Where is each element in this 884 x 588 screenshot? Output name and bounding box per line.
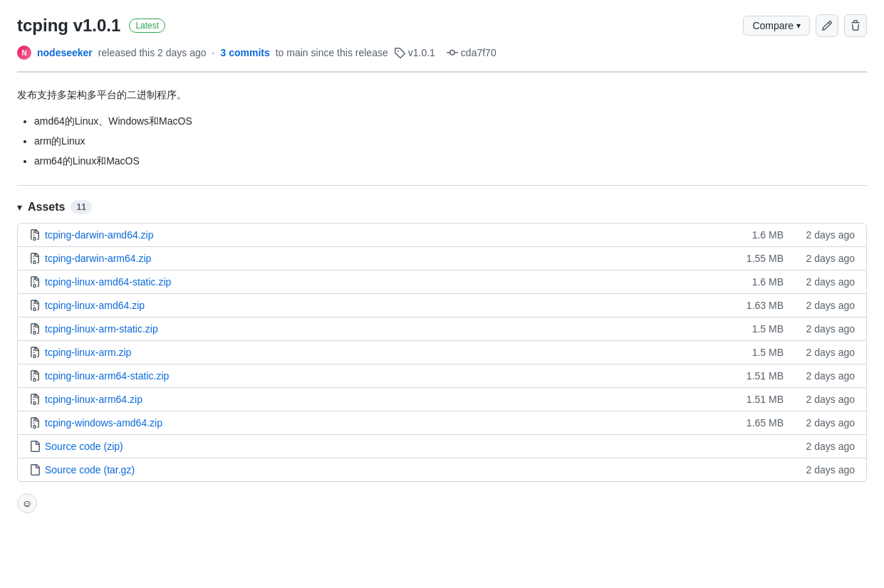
reaction-bar: ☺: [17, 493, 867, 513]
asset-name-area: Source code (tar.gz): [29, 464, 727, 476]
assets-header[interactable]: ▾ Assets 11: [17, 200, 867, 214]
list-item: amd64的Linux、Windows和MacOS: [34, 111, 867, 131]
zip-icon: [29, 370, 41, 382]
source-code-zip-row: Source code (zip) 2 days ago: [18, 435, 866, 458]
asset-size: 1.63 MB: [727, 300, 784, 311]
delete-button[interactable]: [844, 14, 867, 37]
asset-link[interactable]: tcping-linux-amd64-static.zip: [45, 276, 171, 288]
asset-date: 2 days ago: [784, 417, 855, 429]
asset-link[interactable]: tcping-darwin-arm64.zip: [45, 253, 151, 264]
zip-icon: [29, 394, 41, 405]
asset-date: 2 days ago: [784, 370, 855, 382]
asset-date: 2 days ago: [784, 464, 855, 476]
asset-name-area: tcping-linux-amd64-static.zip: [29, 276, 727, 288]
zip-icon: [29, 323, 41, 335]
asset-date: 2 days ago: [784, 394, 855, 405]
release-description: 发布支持多架构多平台的二进制程序。: [17, 87, 867, 103]
smiley-icon: ☺: [22, 498, 32, 509]
asset-row: tcping-windows-amd64.zip 1.65 MB 2 days …: [18, 411, 866, 435]
commit-icon: [447, 47, 458, 58]
asset-row: tcping-linux-arm64-static.zip 1.51 MB 2 …: [18, 364, 866, 388]
assets-table: tcping-darwin-amd64.zip 1.6 MB 2 days ag…: [17, 223, 867, 482]
release-actions: Compare ▾: [743, 14, 867, 37]
assets-title: Assets: [28, 201, 65, 214]
zip-icon: [29, 347, 41, 358]
list-item: arm的Linux: [34, 131, 867, 151]
release-list: amd64的Linux、Windows和MacOS arm的Linux arm6…: [17, 111, 867, 171]
asset-size: 1.55 MB: [727, 253, 784, 264]
meta-separator: ·: [212, 47, 215, 58]
edit-button[interactable]: [816, 14, 838, 37]
author-link[interactable]: nodeseeker: [37, 47, 93, 58]
release-meta: N nodeseeker released this 2 days ago · …: [17, 46, 867, 60]
tag-value: v1.0.1: [408, 47, 435, 58]
asset-name-area: tcping-linux-amd64.zip: [29, 300, 727, 311]
asset-name-area: tcping-linux-arm-static.zip: [29, 323, 727, 335]
asset-size: 1.65 MB: [727, 417, 784, 429]
asset-row: tcping-darwin-amd64.zip 1.6 MB 2 days ag…: [18, 224, 866, 247]
asset-name-area: tcping-darwin-amd64.zip: [29, 229, 727, 241]
latest-badge: Latest: [129, 19, 165, 33]
asset-size: 1.51 MB: [727, 394, 784, 405]
chevron-down-icon: ▾: [796, 21, 801, 31]
asset-row: tcping-linux-amd64-static.zip 1.6 MB 2 d…: [18, 271, 866, 294]
assets-section: ▾ Assets 11 tcping-darwin-amd64.zip 1.6 …: [17, 186, 867, 527]
asset-date: 2 days ago: [784, 253, 855, 264]
source-code-zip-link[interactable]: Source code (zip): [45, 441, 123, 452]
zip-icon: [29, 417, 41, 429]
asset-date: 2 days ago: [784, 347, 855, 358]
asset-name-area: tcping-windows-amd64.zip: [29, 417, 727, 429]
asset-row: tcping-linux-arm64.zip 1.51 MB 2 days ag…: [18, 388, 866, 411]
asset-size: 1.6 MB: [727, 276, 784, 288]
asset-name-area: Source code (zip): [29, 441, 727, 452]
asset-row: tcping-darwin-arm64.zip 1.55 MB 2 days a…: [18, 247, 866, 271]
release-title: tcping v1.0.1: [17, 16, 120, 36]
asset-size: 1.5 MB: [727, 347, 784, 358]
asset-link[interactable]: tcping-linux-amd64.zip: [45, 300, 145, 311]
source-code-icon: [29, 464, 41, 476]
asset-date: 2 days ago: [784, 441, 855, 452]
add-reaction-button[interactable]: ☺: [17, 493, 37, 513]
asset-size: 1.6 MB: [727, 229, 784, 241]
compare-label: Compare: [752, 20, 794, 31]
compare-button[interactable]: Compare ▾: [743, 16, 810, 36]
asset-size: 1.5 MB: [727, 323, 784, 335]
asset-row: tcping-linux-arm-static.zip 1.5 MB 2 day…: [18, 317, 866, 341]
asset-link[interactable]: tcping-linux-arm-static.zip: [45, 323, 158, 335]
list-item: arm64的Linux和MacOS: [34, 151, 867, 171]
asset-name-area: tcping-linux-arm64.zip: [29, 394, 727, 405]
tag-icon: [394, 47, 405, 58]
release-body: 发布支持多架构多平台的二进制程序。 amd64的Linux、Windows和Ma…: [17, 72, 867, 186]
trash-icon: [850, 20, 861, 31]
tag-info: v1.0.1 cda7f70: [394, 47, 496, 58]
pencil-icon: [821, 20, 833, 31]
asset-date: 2 days ago: [784, 229, 855, 241]
commit-item: cda7f70: [447, 47, 496, 58]
asset-date: 2 days ago: [784, 276, 855, 288]
source-code-icon: [29, 441, 41, 452]
zip-icon: [29, 253, 41, 264]
zip-icon: [29, 229, 41, 241]
asset-link[interactable]: tcping-windows-amd64.zip: [45, 417, 162, 429]
asset-name-area: tcping-darwin-arm64.zip: [29, 253, 727, 264]
source-code-targz-link[interactable]: Source code (tar.gz): [45, 464, 135, 476]
asset-row: tcping-linux-amd64.zip 1.63 MB 2 days ag…: [18, 294, 866, 317]
asset-link[interactable]: tcping-darwin-amd64.zip: [45, 229, 154, 241]
asset-date: 2 days ago: [784, 323, 855, 335]
asset-link[interactable]: tcping-linux-arm.zip: [45, 347, 131, 358]
source-code-targz-row: Source code (tar.gz) 2 days ago: [18, 458, 866, 481]
assets-toggle-icon: ▾: [17, 201, 22, 213]
asset-row: tcping-linux-arm.zip 1.5 MB 2 days ago: [18, 341, 866, 364]
commits-link[interactable]: 3 commits: [220, 47, 269, 58]
commits-suffix: to main since this release: [276, 47, 388, 58]
asset-name-area: tcping-linux-arm64-static.zip: [29, 370, 727, 382]
asset-link[interactable]: tcping-linux-arm64-static.zip: [45, 370, 169, 382]
release-time: released this 2 days ago: [98, 47, 207, 58]
asset-name-area: tcping-linux-arm.zip: [29, 347, 727, 358]
tag-item: v1.0.1: [394, 47, 435, 58]
asset-size: 1.51 MB: [727, 370, 784, 382]
zip-icon: [29, 276, 41, 288]
asset-link[interactable]: tcping-linux-arm64.zip: [45, 394, 142, 405]
asset-date: 2 days ago: [784, 300, 855, 311]
commit-hash: cda7f70: [461, 47, 496, 58]
